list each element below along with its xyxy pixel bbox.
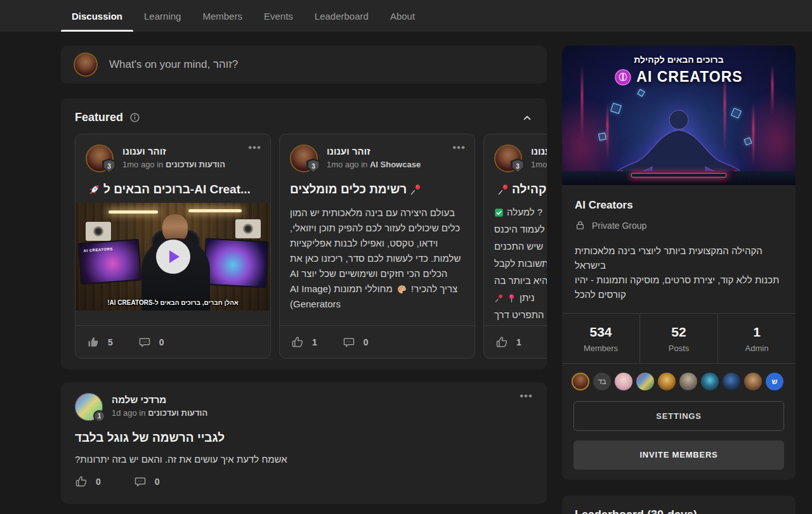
post-meta: 1mo <box>531 160 547 169</box>
cover-keyboard <box>631 173 726 177</box>
feed-post[interactable]: 1 מרדכי שלמה 1d ago in הודעות ועדכונים •… <box>61 382 547 504</box>
space-link[interactable]: AI Showcase <box>370 160 421 169</box>
group-stats: 534 Members 52 Posts 1 Admin <box>562 313 796 364</box>
post-title[interactable]: לגביי הרשמה של גוגל בלבד <box>75 431 533 445</box>
space-link[interactable]: הודעות ועדכונים <box>148 408 207 418</box>
author-avatar[interactable]: 3 <box>86 145 114 172</box>
settings-button[interactable]: SETTINGS <box>573 401 784 431</box>
space-link[interactable]: הודעות ועדכונים <box>166 160 225 169</box>
like-button[interactable]: 0 <box>75 475 101 488</box>
comment-count: 0 <box>155 477 160 487</box>
invite-members-button[interactable]: INVITE MEMBERS <box>573 440 784 470</box>
members-avatar-row: בד ש <box>562 364 796 390</box>
post-menu-icon[interactable]: ••• <box>248 145 261 172</box>
tab-label: Members <box>202 11 242 22</box>
post-meta: 1d ago in הודעות ועדכונים <box>112 408 207 418</box>
comment-button[interactable]: 0 <box>343 336 369 349</box>
post-body: אשמח לדעת איך עושים את זה. והאם יש בזה י… <box>75 454 533 465</box>
nav-tabs: Discussion Learning Members Events Leade… <box>0 0 812 32</box>
tab-label: Leaderboard <box>315 11 369 22</box>
like-button[interactable]: 1 <box>291 336 317 349</box>
author-avatar[interactable]: 3 <box>290 145 318 172</box>
group-name: AI Creators <box>575 199 783 212</box>
like-button[interactable]: 1 <box>495 336 521 349</box>
author-name[interactable]: מרדכי שלמה <box>112 394 207 405</box>
group-cover-image: ברוכים הבאים לקהילת AI CREATORS <box>562 46 796 185</box>
composer-prompt[interactable]: What's on your mind, זוהר? <box>109 58 238 71</box>
stat-posts[interactable]: 52 Posts <box>639 314 717 363</box>
thumbs-up-icon <box>291 336 304 349</box>
comment-button[interactable]: 0 <box>138 336 164 349</box>
tab-discussion[interactable]: Discussion <box>61 0 133 32</box>
author-avatar[interactable]: 1 <box>75 393 103 421</box>
group-sidebar-card: ברוכים הבאים לקהילת AI CREATORS AI Creat… <box>562 46 796 480</box>
tab-leaderboard[interactable]: Leaderboard <box>304 0 379 32</box>
post-title[interactable]: רשימת כלים מומלצים <box>290 183 464 196</box>
right-monitor <box>203 238 269 288</box>
speaker <box>86 222 111 241</box>
member-avatar[interactable] <box>701 373 719 390</box>
post-composer[interactable]: What's on your mind, זוהר? <box>61 46 547 84</box>
collapse-chevron-up-icon[interactable] <box>521 112 533 124</box>
featured-section: Featured 3 זוהר וענונו 1mo ago in הודעות… <box>61 98 547 369</box>
member-avatar[interactable] <box>636 373 654 390</box>
author-name[interactable]: זוהר וענונו <box>327 146 421 157</box>
video-caption: אהלן חברים, ברוכים הבאים ל-AI CREATORS! <box>75 299 270 306</box>
tab-members[interactable]: Members <box>192 0 253 32</box>
stat-members[interactable]: 534 Members <box>562 314 639 363</box>
pushpin-icon <box>497 183 509 196</box>
top-navbar: Discussion Learning Members Events Leade… <box>0 0 812 32</box>
current-user-avatar[interactable] <box>74 53 98 77</box>
info-icon[interactable] <box>129 112 140 123</box>
post-body: למעלה? היכנסלעמוד התכניםשיש לקבלתשובות ב… <box>494 207 547 326</box>
left-monitor: AI CREATORS <box>78 239 141 285</box>
privacy-label: Private Group <box>592 221 646 231</box>
member-avatar[interactable] <box>615 373 632 390</box>
member-avatar[interactable] <box>723 373 740 390</box>
featured-post-community-rules[interactable]: 3 זוהר וענונו 1mo קהילה למעלה? היכנסלעמו… <box>483 134 547 359</box>
play-button[interactable] <box>156 240 190 274</box>
tab-learning[interactable]: Learning <box>133 0 192 32</box>
video-thumbnail[interactable]: AI CREATORS אהלן חברים, ברוכים הבאים ל-A… <box>75 203 270 311</box>
comment-icon <box>134 475 147 488</box>
member-avatar[interactable] <box>658 373 676 390</box>
post-menu-icon[interactable]: ••• <box>520 393 533 421</box>
tab-about[interactable]: About <box>379 0 426 32</box>
rocket-icon <box>88 183 101 196</box>
like-count: 0 <box>96 477 101 487</box>
post-title[interactable]: קהילה <box>494 183 547 196</box>
like-count: 1 <box>312 337 317 347</box>
play-icon <box>169 250 180 263</box>
author-name[interactable]: זוהר וענונו <box>531 146 547 157</box>
post-body: בעולם היצירה עם בינה מלאכותית יש המון כל… <box>290 205 464 312</box>
thumbs-up-icon <box>495 336 508 349</box>
round-pin-icon <box>507 293 516 303</box>
member-avatar[interactable]: בד <box>593 373 611 390</box>
like-button[interactable]: 5 <box>87 336 113 349</box>
tab-label: Learning <box>144 11 181 22</box>
comment-count: 0 <box>159 337 164 347</box>
author-name[interactable]: זוהר וענונו <box>122 146 225 157</box>
comment-button[interactable]: 0 <box>134 475 160 488</box>
author-avatar[interactable]: 3 <box>494 145 522 172</box>
post-title[interactable]: ברוכים הבאים ל-AI Creat... <box>86 183 260 196</box>
member-avatar[interactable] <box>744 373 762 390</box>
tab-label: Events <box>264 11 293 22</box>
studio-light <box>108 210 158 214</box>
comment-count: 0 <box>363 337 369 347</box>
featured-post-tools[interactable]: 3 זוהר וענונו 1mo ago in AI Showcase •••… <box>279 134 475 359</box>
member-avatar[interactable] <box>572 373 589 390</box>
post-menu-icon[interactable]: ••• <box>452 145 466 172</box>
tab-label: About <box>390 11 415 22</box>
featured-post-welcome[interactable]: 3 זוהר וענונו 1mo ago in הודעות ועדכונים… <box>75 134 271 359</box>
level-badge: 3 <box>511 158 525 174</box>
speaker <box>235 219 261 238</box>
member-avatar[interactable] <box>679 373 697 390</box>
featured-cards-row[interactable]: 3 זוהר וענונו 1mo ago in הודעות ועדכונים… <box>75 134 547 359</box>
tab-events[interactable]: Events <box>253 0 304 32</box>
stat-admin[interactable]: 1 Admin <box>717 314 796 363</box>
member-avatar[interactable]: ש <box>766 373 783 390</box>
lock-icon <box>575 220 586 231</box>
thumbs-up-filled-icon <box>87 336 100 349</box>
like-count: 5 <box>108 337 113 347</box>
